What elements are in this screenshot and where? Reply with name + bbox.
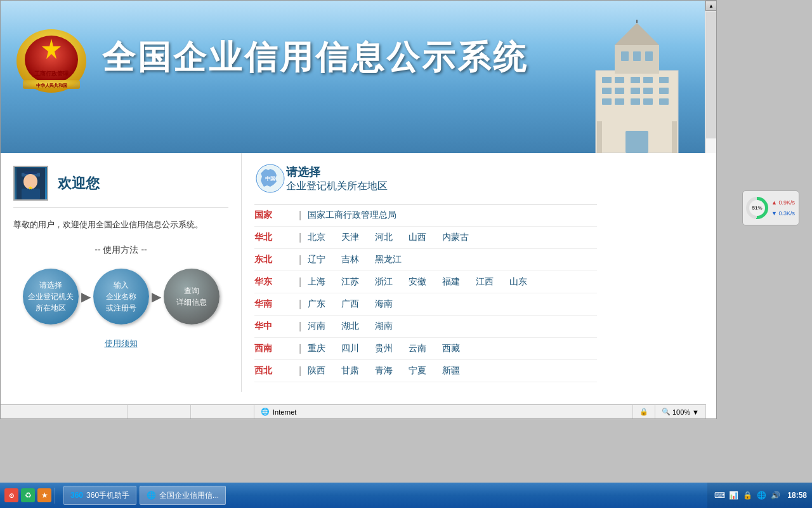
scroll-thumb[interactable] bbox=[706, 11, 716, 138]
region-link-4-2[interactable]: 海南 bbox=[375, 298, 393, 310]
usage-link-container: 使用须知 bbox=[13, 337, 228, 349]
region-row-3: 华东|上海江苏浙江安徽福建江西山东 bbox=[254, 271, 597, 293]
svg-rect-34 bbox=[24, 171, 37, 174]
region-link-3-1[interactable]: 江苏 bbox=[341, 276, 359, 288]
region-link-2-1[interactable]: 吉林 bbox=[341, 254, 359, 265]
region-link-6-0[interactable]: 重庆 bbox=[308, 343, 325, 354]
taskbar-icon-3[interactable]: ★ bbox=[37, 488, 51, 502]
taskbar-item-360-icon: 360 bbox=[70, 491, 83, 500]
svg-rect-36 bbox=[22, 189, 40, 199]
region-link-3-3[interactable]: 安徽 bbox=[409, 276, 426, 288]
region-link-6-2[interactable]: 贵州 bbox=[375, 343, 393, 354]
region-link-3-2[interactable]: 浙江 bbox=[375, 276, 393, 288]
region-link-5-0[interactable]: 河南 bbox=[308, 321, 325, 332]
taskbar-start-area: ⊙ ♻ ★ bbox=[0, 488, 60, 504]
region-title-block: 请选择 企业登记机关所在地区 bbox=[286, 164, 388, 193]
region-link-0-0[interactable]: 国家工商行政管理总局 bbox=[308, 210, 396, 221]
svg-rect-12 bbox=[615, 77, 624, 83]
region-link-6-1[interactable]: 四川 bbox=[341, 343, 359, 354]
region-link-1-2[interactable]: 河北 bbox=[375, 232, 393, 243]
taskbar-item-enterprise-label: 全国企业信用信... bbox=[159, 490, 219, 501]
region-link-7-1[interactable]: 甘肃 bbox=[341, 365, 359, 377]
region-link-6-4[interactable]: 西藏 bbox=[442, 343, 460, 354]
zoom-dropdown-icon[interactable]: ▼ bbox=[692, 408, 699, 416]
taskbar: ⊙ ♻ ★ 360 360手机助手 🌐 全国企业信用信... ⌨ 📊 🔒 🌐 🔊… bbox=[0, 483, 812, 508]
upload-speed: ▲ 0.9K/s bbox=[771, 197, 795, 208]
china-map-icon: 中国 bbox=[254, 163, 286, 194]
region-row-1: 华北|北京天津河北山西内蒙古 bbox=[254, 227, 597, 249]
speed-stats: ▲ 0.9K/s ▼ 0.3K/s bbox=[771, 197, 795, 218]
region-link-7-0[interactable]: 陕西 bbox=[308, 365, 325, 377]
region-row-7: 西北|陕西甘肃青海宁夏新疆 bbox=[254, 360, 597, 382]
region-link-4-1[interactable]: 广西 bbox=[341, 298, 359, 310]
internet-label: Internet bbox=[273, 408, 296, 416]
svg-rect-17 bbox=[615, 88, 624, 94]
region-name-1: 华北 bbox=[254, 232, 292, 243]
right-panel: 中国 请选择 企业登记机关所在地区 国家|国家工商行政管理总局华北|北京天津河北… bbox=[242, 153, 610, 392]
region-link-5-2[interactable]: 湖南 bbox=[375, 321, 393, 332]
taskbar-item-enterprise[interactable]: 🌐 全国企业信用信... bbox=[140, 486, 226, 505]
taskbar-divider bbox=[55, 488, 55, 504]
region-link-6-3[interactable]: 云南 bbox=[409, 343, 426, 354]
step3-circle: 查询 详细信息 bbox=[164, 269, 219, 324]
region-link-3-0[interactable]: 上海 bbox=[308, 276, 325, 288]
region-separator-4: | bbox=[299, 298, 301, 310]
avatar bbox=[13, 166, 48, 201]
usage-method-label: -- 使用方法 -- bbox=[13, 244, 228, 256]
region-separator-2: | bbox=[299, 254, 301, 265]
region-link-1-0[interactable]: 北京 bbox=[308, 232, 325, 243]
status-internet: 🌐 Internet bbox=[254, 405, 633, 418]
taskbar-items: 360 360手机助手 🌐 全国企业信用信... bbox=[60, 486, 707, 505]
zoom-label: 100% bbox=[672, 408, 690, 416]
svg-rect-27 bbox=[597, 121, 602, 153]
region-links-1: 北京天津河北山西内蒙古 bbox=[308, 232, 469, 243]
region-table: 国家|国家工商行政管理总局华北|北京天津河北山西内蒙古东北|辽宁吉林黑龙江华东|… bbox=[254, 204, 597, 382]
tray-icon-2: 🔒 bbox=[742, 490, 753, 501]
region-link-7-3[interactable]: 宁夏 bbox=[409, 365, 426, 377]
region-link-7-2[interactable]: 青海 bbox=[375, 365, 393, 377]
welcome-header: 欢迎您 bbox=[13, 166, 228, 208]
region-links-2: 辽宁吉林黑龙江 bbox=[308, 254, 402, 265]
left-panel: 欢迎您 尊敬的用户，欢迎使用全国企业信用信息公示系统。 -- 使用方法 -- 请… bbox=[1, 153, 242, 392]
region-row-0: 国家|国家工商行政管理总局 bbox=[254, 204, 597, 227]
internet-globe-icon: 🌐 bbox=[261, 408, 270, 416]
svg-rect-15 bbox=[659, 77, 669, 83]
download-speed: ▼ 0.3K/s bbox=[771, 208, 795, 218]
svg-rect-22 bbox=[615, 98, 624, 105]
browser-scrollbar[interactable]: ▲ ▼ bbox=[705, 1, 716, 153]
region-separator-5: | bbox=[299, 321, 301, 332]
taskbar-item-360[interactable]: 360 360手机助手 bbox=[63, 486, 136, 505]
status-bar: 🌐 Internet 🔒 🔍 100% ▼ bbox=[1, 404, 706, 418]
svg-rect-19 bbox=[643, 88, 653, 94]
region-link-3-5[interactable]: 江西 bbox=[476, 276, 494, 288]
region-link-1-4[interactable]: 内蒙古 bbox=[442, 232, 469, 243]
region-link-2-2[interactable]: 黑龙江 bbox=[375, 254, 402, 265]
region-link-1-3[interactable]: 山西 bbox=[409, 232, 426, 243]
svg-rect-31 bbox=[633, 51, 641, 61]
region-link-4-0[interactable]: 广东 bbox=[308, 298, 325, 310]
region-link-2-0[interactable]: 辽宁 bbox=[308, 254, 325, 265]
svg-rect-18 bbox=[631, 88, 640, 94]
region-link-3-4[interactable]: 福建 bbox=[442, 276, 460, 288]
usage-link[interactable]: 使用须知 bbox=[105, 338, 138, 348]
svg-rect-28 bbox=[672, 121, 677, 153]
taskbar-item-enterprise-icon: 🌐 bbox=[147, 491, 156, 500]
region-links-7: 陕西甘肃青海宁夏新疆 bbox=[308, 365, 460, 377]
region-link-5-1[interactable]: 湖北 bbox=[341, 321, 359, 332]
taskbar-icon-2[interactable]: ♻ bbox=[21, 488, 35, 502]
svg-rect-23 bbox=[631, 98, 640, 105]
scroll-up-button[interactable]: ▲ bbox=[705, 1, 716, 11]
speed-percentage: 51% bbox=[749, 200, 765, 216]
region-links-6: 重庆四川贵州云南西藏 bbox=[308, 343, 460, 354]
logo-emblem: 工商行政管理 中华人民共和国 bbox=[7, 10, 96, 105]
region-link-7-4[interactable]: 新疆 bbox=[442, 365, 460, 377]
region-link-1-1[interactable]: 天津 bbox=[341, 232, 359, 243]
taskbar-icon-1[interactable]: ⊙ bbox=[4, 488, 18, 502]
region-row-2: 东北|辽宁吉林黑龙江 bbox=[254, 249, 597, 271]
status-zoom[interactable]: 🔍 100% ▼ bbox=[655, 405, 706, 418]
region-separator-1: | bbox=[299, 232, 301, 243]
browser-window: 工商行政管理 中华人民共和国 全国企业信用信息公示系统 bbox=[0, 0, 717, 419]
region-link-3-6[interactable]: 山东 bbox=[509, 276, 527, 288]
svg-rect-20 bbox=[659, 88, 669, 94]
svg-text:工商行政管理: 工商行政管理 bbox=[34, 70, 69, 77]
